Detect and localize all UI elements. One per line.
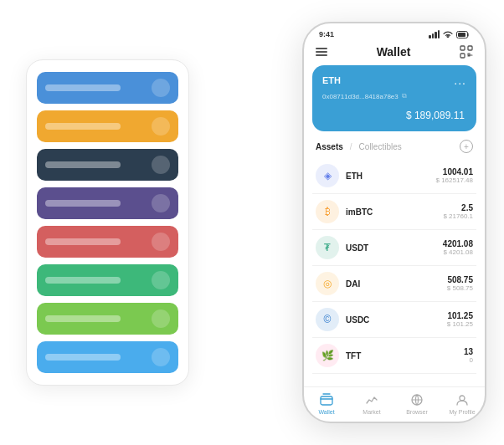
stack-card-7[interactable] — [37, 303, 178, 335]
asset-amounts: 13 0 — [464, 347, 473, 364]
page-title: Wallet — [377, 45, 411, 59]
chart-icon — [364, 392, 379, 407]
card-line — [45, 238, 121, 245]
asset-name: DAI — [346, 279, 447, 289]
eth-address-text: 0x08711d3d...8418a78e3 — [322, 93, 399, 100]
svg-rect-5 — [321, 396, 332, 405]
status-time: 9:41 — [319, 30, 334, 38]
add-asset-button[interactable]: + — [460, 140, 473, 153]
svg-rect-2 — [460, 46, 465, 50]
asset-icon-eth: ◈ — [316, 164, 339, 187]
globe-icon — [409, 392, 424, 407]
stack-card-3[interactable] — [37, 149, 178, 181]
svg-point-7 — [460, 396, 465, 401]
eth-label: ETH — [322, 75, 341, 85]
nav-item-wallet[interactable]: Wallet — [304, 392, 349, 415]
asset-amount-sub: $ 162517.48 — [436, 176, 474, 184]
asset-amount-main: 1004.01 — [436, 167, 474, 176]
menu-button[interactable] — [316, 48, 327, 56]
phone-header: Wallet — [304, 42, 485, 65]
scan-button[interactable] — [460, 45, 473, 59]
eth-more-button[interactable]: ... — [454, 74, 466, 87]
asset-row-dai[interactable]: ◎ DAI 508.75 $ 508.75 — [312, 266, 476, 302]
asset-icon-tft: 🌿 — [316, 344, 339, 367]
wallet-icon — [319, 392, 334, 407]
stack-card-6[interactable] — [37, 264, 178, 296]
nav-item-market[interactable]: Market — [349, 392, 394, 415]
tab-assets[interactable]: Assets — [316, 142, 343, 151]
eth-amount: $ 189,089.11 — [322, 104, 466, 123]
card-line — [45, 277, 121, 284]
card-line — [45, 84, 121, 91]
svg-rect-3 — [468, 46, 472, 50]
status-icons — [429, 30, 470, 38]
svg-rect-1 — [458, 33, 465, 37]
card-icon — [152, 117, 170, 136]
asset-amount-main: 4201.08 — [443, 239, 473, 248]
asset-amount-main: 101.25 — [447, 311, 473, 320]
asset-amount-main: 13 — [464, 347, 473, 356]
card-icon — [152, 309, 170, 328]
card-line — [45, 315, 121, 322]
phone-shell: 9:41 — [302, 22, 486, 423]
main-scene: 9:41 — [9, 9, 495, 436]
assets-header: Assets / Collectibles + — [304, 131, 485, 158]
card-line — [45, 123, 121, 130]
card-line — [45, 354, 121, 361]
card-icon — [152, 194, 170, 212]
asset-list: ◈ ETH 1004.01 $ 162517.48 ₿ imBTC 2.5 $ … — [304, 158, 485, 386]
asset-icon-usdt: ₮ — [316, 236, 339, 259]
asset-amount-main: 2.5 — [443, 203, 473, 212]
asset-row-tft[interactable]: 🌿 TFT 13 0 — [312, 338, 476, 374]
svg-rect-4 — [460, 54, 465, 58]
asset-amounts: 1004.01 $ 162517.48 — [436, 167, 474, 184]
signal-icon — [429, 30, 440, 38]
asset-name: ETH — [346, 171, 436, 181]
stack-card-4[interactable] — [37, 187, 178, 219]
card-icon — [152, 79, 170, 97]
nav-label: My Profile — [449, 409, 475, 415]
asset-amount-sub: $ 21760.1 — [443, 212, 473, 220]
asset-name: USDT — [346, 243, 443, 253]
stack-card-2[interactable] — [37, 110, 178, 142]
battery-icon — [456, 31, 470, 38]
asset-name: USDC — [346, 315, 447, 325]
asset-amount-sub: $ 508.75 — [447, 284, 473, 292]
card-line — [45, 200, 121, 207]
asset-name: imBTC — [346, 207, 443, 217]
stack-card-1[interactable] — [37, 72, 178, 104]
card-stack — [26, 59, 189, 386]
asset-amounts: 4201.08 $ 4201.08 — [443, 239, 473, 256]
nav-label: Wallet — [318, 409, 334, 415]
asset-amount-sub: $ 4201.08 — [443, 248, 473, 256]
asset-row-imbtc[interactable]: ₿ imBTC 2.5 $ 21760.1 — [312, 194, 476, 230]
asset-row-eth[interactable]: ◈ ETH 1004.01 $ 162517.48 — [312, 158, 476, 194]
eth-banner-top: ETH ... — [322, 74, 466, 87]
asset-amount-sub: $ 101.25 — [447, 320, 473, 328]
copy-icon[interactable]: ⧉ — [402, 92, 407, 100]
user-icon — [455, 392, 470, 407]
card-icon — [152, 348, 170, 366]
nav-item-browser[interactable]: Browser — [394, 392, 440, 415]
asset-amounts: 2.5 $ 21760.1 — [443, 203, 473, 220]
eth-banner: ETH ... 0x08711d3d...8418a78e3 ⧉ $ 189,0… — [312, 65, 476, 131]
tab-collectibles[interactable]: Collectibles — [359, 142, 402, 151]
asset-row-usdt[interactable]: ₮ USDT 4201.08 $ 4201.08 — [312, 230, 476, 266]
asset-amount-sub: 0 — [464, 356, 473, 364]
nav-label: Browser — [406, 409, 428, 415]
stack-card-8[interactable] — [37, 341, 178, 373]
asset-amounts: 508.75 $ 508.75 — [447, 275, 473, 292]
eth-address-row: 0x08711d3d...8418a78e3 ⧉ — [322, 92, 466, 100]
card-line — [45, 161, 121, 168]
wifi-icon — [443, 30, 453, 38]
stack-card-5[interactable] — [37, 226, 178, 258]
nav-item-my-profile[interactable]: My Profile — [440, 392, 485, 415]
asset-amount-main: 508.75 — [447, 275, 473, 284]
card-icon — [152, 233, 170, 251]
bottom-nav: Wallet Market Browser My Profile — [304, 386, 485, 422]
nav-label: Market — [363, 409, 380, 415]
card-icon — [152, 156, 170, 174]
asset-row-usdc[interactable]: © USDC 101.25 $ 101.25 — [312, 302, 476, 338]
tab-divider: / — [350, 142, 352, 151]
asset-name: TFT — [346, 351, 464, 361]
